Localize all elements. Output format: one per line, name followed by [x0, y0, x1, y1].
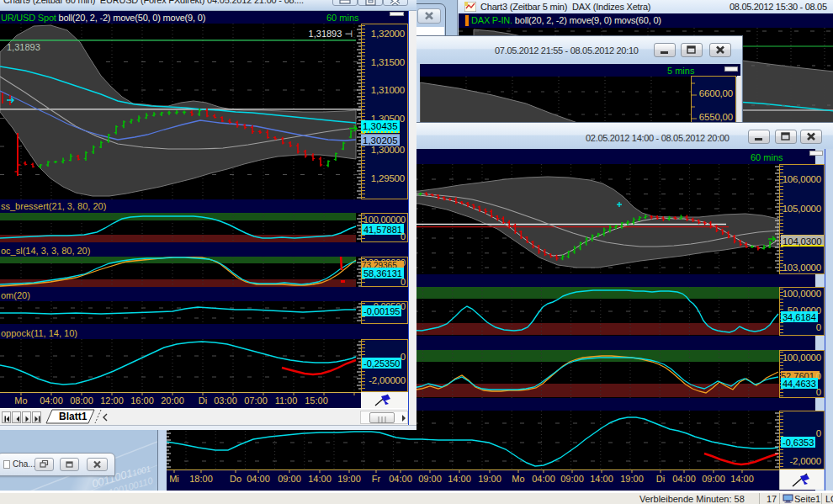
svg-text:1,31893: 1,31893	[7, 42, 40, 52]
svg-text:1,31893 ⊣: 1,31893 ⊣	[309, 29, 353, 39]
svg-text:Blatt1: Blatt1	[59, 411, 88, 422]
